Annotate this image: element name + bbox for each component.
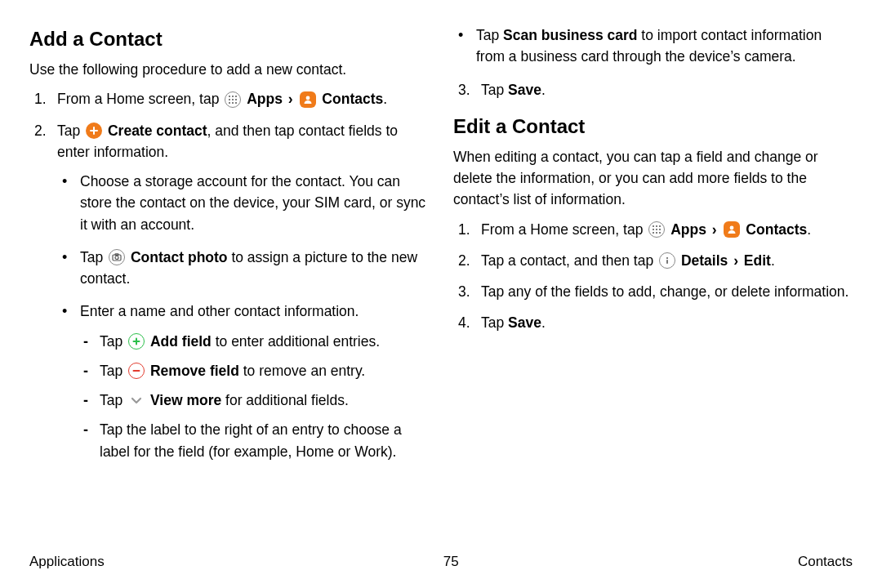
period: . [383,91,387,107]
period: . [807,221,811,238]
period: . [541,314,546,331]
heading-add-contact: Add a Contact [29,24,429,54]
footer-right: Contacts [798,551,853,572]
step-number: 2. [34,120,47,141]
footer-left: Applications [29,551,105,572]
chevron-down-icon [128,392,145,408]
chevron-separator: › [288,91,293,107]
enter-info-subitems: Tap Add field to enter additional entrie… [80,331,429,462]
add-contact-steps: 1. From a Home screen, tap Apps › Contac… [29,88,429,462]
svg-point-1 [232,96,234,97]
edit-step-1: 1. From a Home screen, tap Apps › Contac… [453,219,853,240]
svg-point-20 [659,225,661,227]
svg-point-25 [656,232,657,234]
bullet-scan-card: Tap Scan business card to import contact… [453,24,853,68]
svg-point-9 [306,96,310,100]
left-column: Add a Contact Use the following procedur… [29,24,429,547]
view-more-label: View more [150,392,221,408]
svg-point-8 [235,102,237,104]
step-1: 1. From a Home screen, tap Apps › Contac… [29,88,429,109]
text: Tap a contact, and then tap [481,252,657,269]
right-column: Tap Scan business card to import contact… [453,24,853,547]
continued-bullets: Tap Scan business card to import contact… [453,24,853,68]
contacts-label: Contacts [322,91,383,107]
create-contact-plus-icon [86,122,102,139]
svg-point-0 [229,96,230,97]
chevron-separator: › [733,252,738,269]
svg-point-6 [229,102,230,104]
heading-edit-contact: Edit a Contact [453,112,853,141]
save-label: Save [508,314,541,331]
step-2-bullets: Choose a storage account for the contact… [57,171,429,462]
edit-step-2: 2. Tap a contact, and then tap Details ›… [453,250,853,271]
apps-grid-icon [648,221,665,238]
add-field-plus-icon [128,333,145,350]
svg-point-18 [653,225,654,227]
remove-field-minus-icon [128,363,145,379]
step-number: 3. [458,281,470,302]
text: Tap any of the fields to add, change, or… [481,283,849,300]
text: for additional fields. [221,392,349,408]
edit-step-3: 3. Tap any of the fields to add, change,… [453,281,853,302]
text: to remove an entry. [239,363,365,379]
svg-point-23 [659,229,661,230]
svg-point-27 [730,225,734,229]
text: Tap [100,392,127,408]
svg-rect-29 [666,260,668,264]
bullet-enter-info: Enter a name and other contact informati… [57,301,429,462]
svg-point-26 [659,232,661,234]
text: Tap [481,82,508,98]
page-footer: Applications 75 Contacts [29,551,853,572]
svg-point-3 [229,99,230,100]
edit-step-4: 4. Tap Save. [453,312,853,333]
two-column-layout: Add a Contact Use the following procedur… [29,24,853,547]
svg-point-2 [235,96,237,97]
step-number: 1. [34,88,47,109]
period: . [541,82,546,98]
text: Tap [476,27,503,43]
svg-point-13 [115,256,118,260]
text: Tap [80,249,107,265]
text: to enter additional entries. [212,333,380,350]
dash-choose-label: Tap the label to the right of an entry t… [80,419,429,462]
intro-add-contact: Use the following procedure to add a new… [29,59,429,80]
contacts-icon [300,91,316,108]
contacts-icon [724,221,740,238]
intro-edit-contact: When editing a contact, you can tap a fi… [453,146,853,211]
svg-point-24 [653,232,654,234]
text: From a Home screen, tap [57,91,223,107]
contact-photo-label: Contact photo [131,249,228,265]
remove-field-label: Remove field [150,363,239,379]
footer-page-number: 75 [443,551,459,572]
text: Tap the label to the right of an entry t… [100,421,402,459]
step-3: 3. Tap Save. [453,79,853,100]
text: From a Home screen, tap [481,221,647,238]
apps-label: Apps [247,91,283,107]
step-number: 2. [458,250,470,271]
chevron-separator: › [712,221,717,238]
bullet-contact-photo: Tap Contact photo to assign a picture to… [57,247,429,290]
dash-view-more: Tap View more for additional fields. [80,390,429,411]
step-2: 2. Tap Create contact, and then tap cont… [29,120,429,462]
create-contact-label: Create contact [108,122,207,139]
text: Tap [57,122,84,139]
apps-label: Apps [670,221,706,238]
svg-point-7 [232,102,234,104]
text: Choose a storage account for the contact… [80,173,425,233]
bullet-storage: Choose a storage account for the contact… [57,171,429,235]
add-field-label: Add field [150,333,212,350]
scan-business-card-label: Scan business card [503,27,637,43]
svg-point-19 [656,225,657,227]
camera-icon [109,249,125,265]
svg-point-28 [666,257,668,259]
svg-point-4 [232,99,234,100]
text: Tap [481,314,508,331]
step-number: 1. [458,219,470,240]
svg-point-21 [653,229,654,230]
step-number: 4. [458,312,470,333]
text: Enter a name and other contact informati… [80,303,359,319]
edit-label: Edit [744,252,771,269]
text: Tap [100,333,127,350]
info-icon [659,252,675,269]
apps-grid-icon [225,91,241,108]
